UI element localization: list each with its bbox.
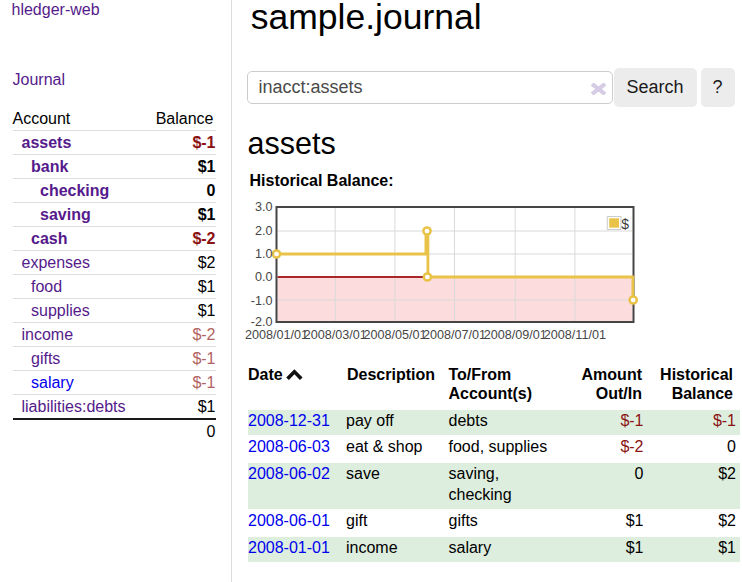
svg-text:2008/09/01: 2008/09/01 bbox=[484, 328, 547, 342]
svg-text:2008/01/01: 2008/01/01 bbox=[245, 328, 308, 342]
svg-text:2008/07/01: 2008/07/01 bbox=[423, 328, 486, 342]
svg-text:1.0: 1.0 bbox=[255, 247, 273, 261]
svg-text:3.0: 3.0 bbox=[255, 200, 273, 214]
svg-text:2.0: 2.0 bbox=[255, 224, 273, 238]
svg-text:0.0: 0.0 bbox=[255, 270, 273, 284]
svg-text:2008/05/01: 2008/05/01 bbox=[363, 328, 426, 342]
svg-text:2008/11/01: 2008/11/01 bbox=[544, 328, 606, 342]
svg-text:2008/03/01: 2008/03/01 bbox=[304, 328, 367, 342]
svg-text:-1.0: -1.0 bbox=[251, 294, 273, 308]
svg-text:-2.0: -2.0 bbox=[251, 315, 273, 329]
svg-text:$: $ bbox=[621, 216, 629, 232]
